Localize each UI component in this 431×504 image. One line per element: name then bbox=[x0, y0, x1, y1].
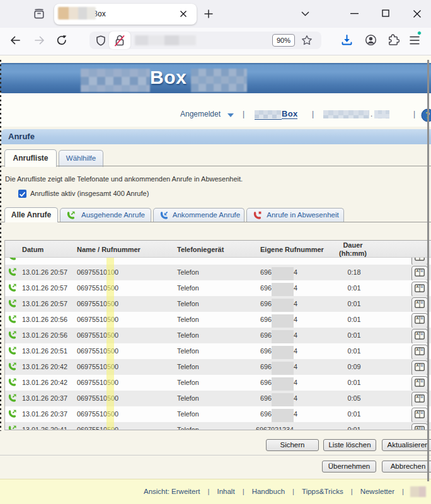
svg-text:B: B bbox=[421, 332, 423, 336]
svg-text:B: B bbox=[421, 379, 423, 383]
svg-text:A: A bbox=[416, 285, 418, 289]
svg-text:A: A bbox=[416, 379, 418, 383]
svg-text:B: B bbox=[421, 301, 423, 304]
svg-text:A: A bbox=[416, 316, 418, 320]
svg-text:B: B bbox=[421, 427, 423, 430]
svg-text:B: B bbox=[421, 348, 423, 352]
svg-text:B: B bbox=[421, 364, 423, 367]
svg-text:A: A bbox=[416, 332, 418, 336]
svg-text:B: B bbox=[421, 395, 423, 399]
svg-text:A: A bbox=[416, 348, 418, 352]
svg-text:B: B bbox=[421, 411, 423, 415]
svg-text:A: A bbox=[416, 427, 418, 430]
svg-text:B: B bbox=[421, 316, 423, 320]
svg-text:B: B bbox=[421, 269, 423, 273]
svg-text:A: A bbox=[416, 395, 418, 399]
svg-text:A: A bbox=[416, 301, 418, 304]
svg-text:B: B bbox=[421, 285, 423, 289]
svg-text:A: A bbox=[416, 364, 418, 367]
svg-text:A: A bbox=[416, 411, 418, 415]
svg-text:A: A bbox=[416, 269, 418, 273]
